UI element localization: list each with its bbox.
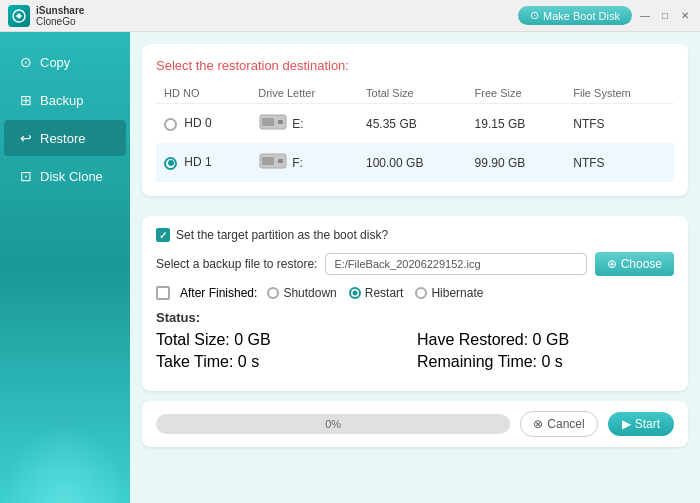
hibernate-radio[interactable] [415, 287, 427, 299]
app-logo [8, 5, 30, 27]
make-boot-label: Make Boot Disk [543, 10, 620, 22]
app-name-line2: CloneGo [36, 16, 84, 27]
after-radio-group: Shutdown Restart Hibernate [267, 286, 483, 300]
cancel-icon: ⊗ [533, 417, 543, 431]
disk-icon-1 [258, 151, 288, 171]
svg-rect-2 [262, 118, 274, 126]
plus-icon: ⊕ [607, 257, 617, 271]
after-finished-row: After Finished: Shutdown Restart Hiberna… [156, 286, 674, 300]
col-free-size: Free Size [467, 83, 566, 104]
file-input[interactable] [325, 253, 586, 275]
have-restored-status: Have Restored: 0 GB [417, 331, 674, 349]
status-grid: Total Size: 0 GB Have Restored: 0 GB Tak… [156, 331, 674, 371]
sidebar-item-restore[interactable]: ↩ Restore [4, 120, 126, 156]
row0-drive: E: [250, 104, 358, 144]
sidebar-item-backup[interactable]: ⊞ Backup [4, 82, 126, 118]
after-label: After Finished: [180, 286, 257, 300]
svg-rect-5 [262, 157, 274, 165]
backup-icon: ⊞ [20, 92, 32, 108]
status-title: Status: [156, 310, 674, 325]
sidebar-diskclone-label: Disk Clone [40, 169, 103, 184]
row0-total: 45.35 GB [358, 104, 467, 144]
sidebar-copy-label: Copy [40, 55, 70, 70]
row0-free: 19.15 GB [467, 104, 566, 144]
col-total-size: Total Size [358, 83, 467, 104]
titlebar-right: ⊙ Make Boot Disk — □ ✕ [518, 6, 692, 25]
hibernate-label: Hibernate [431, 286, 483, 300]
row1-id: HD 1 [156, 143, 250, 182]
start-label: Start [635, 417, 660, 431]
row1-fs: NTFS [565, 143, 674, 182]
play-icon: ▶ [622, 417, 631, 431]
maximize-button[interactable]: □ [658, 9, 672, 23]
titlebar-left: iSunshare CloneGo [8, 5, 84, 27]
row0-fs: NTFS [565, 104, 674, 144]
minimize-button[interactable]: — [638, 9, 652, 23]
shutdown-radio[interactable] [267, 287, 279, 299]
col-hd-no: HD NO [156, 83, 250, 104]
disk-table-card: Select the restoration destination: HD N… [142, 44, 688, 196]
content-area: Select the restoration destination: HD N… [130, 32, 700, 503]
file-label: Select a backup file to restore: [156, 257, 317, 271]
boot-label: Set the target partition as the boot dis… [176, 228, 388, 242]
after-checkbox[interactable] [156, 286, 170, 300]
progress-bar-wrap: 0% [156, 414, 510, 434]
row1-total: 100.00 GB [358, 143, 467, 182]
boot-checkbox-row: Set the target partition as the boot dis… [156, 228, 674, 242]
restart-option[interactable]: Restart [349, 286, 404, 300]
svg-rect-6 [278, 159, 283, 163]
row1-free: 99.90 GB [467, 143, 566, 182]
copy-icon: ⊙ [20, 54, 32, 70]
row1-drive: F: [250, 143, 358, 182]
choose-label: Choose [621, 257, 662, 271]
status-section: Status: Total Size: 0 GB Have Restored: … [156, 310, 674, 371]
close-button[interactable]: ✕ [678, 9, 692, 23]
row0-radio[interactable] [164, 118, 177, 131]
main-layout: ⊙ Copy ⊞ Backup ↩ Restore ⊡ Disk Clone S… [0, 32, 700, 503]
sidebar-restore-label: Restore [40, 131, 86, 146]
cancel-button[interactable]: ⊗ Cancel [520, 411, 597, 437]
boot-icon: ⊙ [530, 9, 539, 22]
progress-area: 0% ⊗ Cancel ▶ Start [142, 401, 688, 447]
col-file-system: File System [565, 83, 674, 104]
app-name-line1: iSunshare [36, 5, 84, 16]
choose-button[interactable]: ⊕ Choose [595, 252, 674, 276]
remaining-time-status: Remaining Time: 0 s [417, 353, 674, 371]
restart-label: Restart [365, 286, 404, 300]
disk-clone-icon: ⊡ [20, 168, 32, 184]
section-title: Select the restoration destination: [156, 58, 674, 73]
row0-id: HD 0 [156, 104, 250, 144]
row1-radio[interactable] [164, 157, 177, 170]
table-row[interactable]: HD 1 F: [156, 143, 674, 182]
sidebar-backup-label: Backup [40, 93, 83, 108]
make-boot-disk-button[interactable]: ⊙ Make Boot Disk [518, 6, 632, 25]
sidebar-item-disk-clone[interactable]: ⊡ Disk Clone [4, 158, 126, 194]
options-card: Set the target partition as the boot dis… [142, 216, 688, 391]
start-button[interactable]: ▶ Start [608, 412, 674, 436]
boot-checkbox[interactable] [156, 228, 170, 242]
disk-table: HD NO Drive Letter Total Size Free Size … [156, 83, 674, 182]
restart-radio[interactable] [349, 287, 361, 299]
shutdown-option[interactable]: Shutdown [267, 286, 336, 300]
progress-label: 0% [325, 418, 341, 430]
sidebar: ⊙ Copy ⊞ Backup ↩ Restore ⊡ Disk Clone [0, 32, 130, 503]
table-row[interactable]: HD 0 E: [156, 104, 674, 144]
total-size-status: Total Size: 0 GB [156, 331, 413, 349]
file-select-row: Select a backup file to restore: ⊕ Choos… [156, 252, 674, 276]
cancel-label: Cancel [547, 417, 584, 431]
take-time-status: Take Time: 0 s [156, 353, 413, 371]
sidebar-item-copy[interactable]: ⊙ Copy [4, 44, 126, 80]
svg-rect-3 [278, 120, 283, 124]
hibernate-option[interactable]: Hibernate [415, 286, 483, 300]
col-drive-letter: Drive Letter [250, 83, 358, 104]
shutdown-label: Shutdown [283, 286, 336, 300]
restore-icon: ↩ [20, 130, 32, 146]
titlebar: iSunshare CloneGo ⊙ Make Boot Disk — □ ✕ [0, 0, 700, 32]
disk-icon-0 [258, 112, 288, 132]
